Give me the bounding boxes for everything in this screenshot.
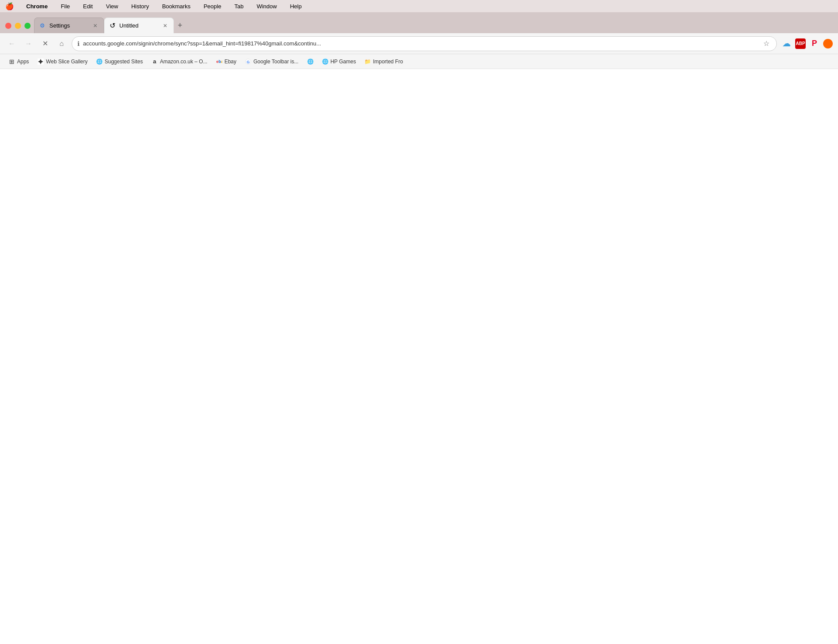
window-minimize-button[interactable]	[15, 23, 21, 29]
hp-games-label: HP Games	[330, 59, 356, 65]
untitled-tab-title: Untitled	[119, 22, 158, 29]
web-slice-label: Web Slice Gallery	[46, 59, 87, 65]
svg-text:ebay: ebay	[216, 59, 222, 63]
tab-settings[interactable]: ⚙ Settings ✕	[34, 17, 104, 33]
main-content	[0, 69, 838, 593]
extension-icons: ☁ ABP P	[780, 38, 833, 50]
apps-label: Apps	[17, 59, 29, 65]
globe1-favicon: 🌐	[307, 59, 313, 65]
reload-stop-button[interactable]: ✕	[38, 37, 52, 50]
bookmark-imported-fro[interactable]: 📁 Imported Fro	[361, 57, 407, 66]
ebay-favicon: ebay	[216, 59, 222, 65]
menu-history[interactable]: History	[128, 2, 151, 10]
settings-tab-close-button[interactable]: ✕	[91, 22, 99, 30]
bookmark-web-slice[interactable]: Web Slice Gallery	[34, 57, 91, 66]
google-toolbar-favicon: G	[245, 59, 251, 65]
untitled-tab-favicon: ↺	[109, 22, 116, 29]
web-slice-favicon	[38, 59, 44, 65]
tab-bar: ⚙ Settings ✕ ↺ Untitled ✕ +	[0, 12, 838, 33]
bookmark-globe1[interactable]: 🌐	[304, 57, 317, 66]
bookmark-hp-games[interactable]: 🌐 HP Games	[319, 57, 359, 66]
new-tab-button[interactable]: +	[174, 19, 186, 31]
bookmark-apps[interactable]: ⊞ Apps	[5, 57, 32, 66]
address-bar: ℹ ☆	[72, 36, 777, 51]
menu-bar: 🍎 Chrome File Edit View History Bookmark…	[0, 0, 838, 12]
icloud-extension-icon[interactable]: ☁	[780, 38, 793, 50]
security-info-icon[interactable]: ℹ	[77, 40, 80, 47]
menu-edit[interactable]: Edit	[80, 2, 95, 10]
bookmarks-bar: ⊞ Apps Web Slice Gallery 🌐 Suggested Sit…	[0, 54, 838, 69]
bookmark-google-toolbar[interactable]: G Google Toolbar is...	[242, 57, 302, 66]
google-toolbar-label: Google Toolbar is...	[253, 59, 298, 65]
nav-bar: ← → ✕ ⌂ ℹ ☆ ☁ ABP P	[0, 33, 838, 54]
menu-view[interactable]: View	[103, 2, 121, 10]
window-maximize-button[interactable]	[24, 23, 31, 29]
bookmark-suggested-sites[interactable]: 🌐 Suggested Sites	[93, 57, 146, 66]
traffic-lights	[3, 23, 34, 33]
url-input[interactable]	[83, 40, 758, 47]
untitled-tab-close-button[interactable]: ✕	[161, 22, 169, 30]
apple-menu[interactable]: 🍎	[5, 2, 14, 10]
menu-tab[interactable]: Tab	[232, 2, 246, 10]
forward-button[interactable]: →	[22, 37, 35, 50]
svg-text:G: G	[247, 59, 250, 64]
bookmark-ebay[interactable]: ebay Ebay	[213, 57, 240, 66]
imported-fro-label: Imported Fro	[373, 59, 403, 65]
tab-untitled[interactable]: ↺ Untitled ✕	[104, 17, 174, 33]
imported-fro-favicon: 📁	[365, 59, 371, 65]
amazon-label: Amazon.co.uk – O...	[160, 59, 208, 65]
suggested-sites-favicon: 🌐	[97, 59, 103, 65]
apps-favicon: ⊞	[9, 59, 15, 65]
bookmark-star-icon[interactable]: ☆	[762, 38, 771, 49]
orange-extension-icon[interactable]	[823, 39, 833, 48]
back-button[interactable]: ←	[5, 37, 18, 50]
hp-games-favicon: 🌐	[322, 59, 328, 65]
home-button[interactable]: ⌂	[55, 37, 68, 50]
settings-tab-favicon: ⚙	[39, 22, 46, 29]
settings-tab-title: Settings	[49, 22, 88, 29]
menu-window[interactable]: Window	[254, 2, 279, 10]
bookmark-amazon[interactable]: a Amazon.co.uk – O...	[148, 57, 211, 66]
pinterest-extension-icon[interactable]: P	[808, 38, 821, 50]
window-close-button[interactable]	[5, 23, 11, 29]
menu-people[interactable]: People	[201, 2, 224, 10]
suggested-sites-label: Suggested Sites	[105, 59, 143, 65]
menu-bookmarks[interactable]: Bookmarks	[159, 2, 193, 10]
menu-file[interactable]: File	[58, 2, 73, 10]
menu-help[interactable]: Help	[287, 2, 305, 10]
abp-extension-icon[interactable]: ABP	[795, 38, 806, 49]
amazon-favicon: a	[152, 59, 158, 65]
menu-chrome[interactable]: Chrome	[24, 2, 50, 10]
tabs-container: ⚙ Settings ✕ ↺ Untitled ✕ +	[34, 12, 835, 33]
ebay-label: Ebay	[225, 59, 236, 65]
